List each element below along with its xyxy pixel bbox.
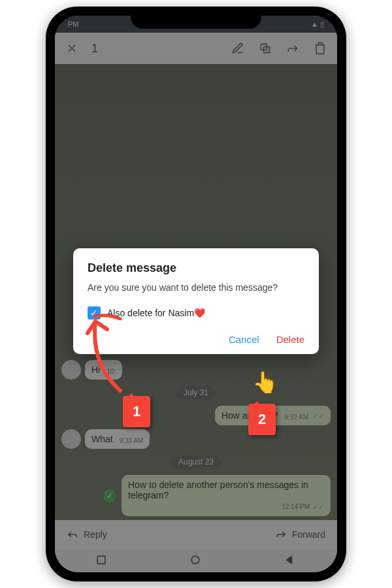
message-row-outgoing[interactable]: How are you? 9:32 AM ✓✓: [61, 406, 331, 425]
avatar: [61, 429, 81, 449]
forward-icon[interactable]: [285, 41, 301, 56]
message-bubble-selected[interactable]: How to delete another person's messages …: [122, 475, 331, 516]
edit-icon[interactable]: [230, 41, 246, 56]
reply-button[interactable]: Reply: [67, 529, 107, 540]
dialog-title: Delete message: [88, 261, 304, 275]
status-time: PM: [68, 20, 79, 28]
phone-notch: [131, 7, 261, 29]
android-nav-bar: [55, 549, 337, 572]
copy-icon[interactable]: [257, 41, 273, 56]
checkbox-label: Also delete for Nasim❤️: [107, 308, 205, 318]
message-row-selected[interactable]: ✓ How to delete another person's message…: [61, 475, 331, 516]
selection-check-icon: ✓: [103, 489, 116, 502]
message-text: How are you?: [221, 410, 278, 421]
reply-label: Reply: [84, 529, 107, 540]
phone-frame: PM ▲ ▯ 1 July 22: [46, 7, 346, 581]
message-bubble[interactable]: Hi 10:: [85, 360, 122, 380]
checkbox-checked-icon[interactable]: ✓: [88, 306, 101, 319]
reply-forward-bar: Reply Forward: [55, 520, 337, 549]
close-icon[interactable]: [64, 41, 80, 56]
message-row-incoming[interactable]: Hi 10:: [61, 360, 331, 380]
delete-button[interactable]: Delete: [276, 334, 304, 345]
message-time: 9:32 AM: [284, 414, 308, 421]
avatar: [61, 360, 81, 380]
svg-rect-2: [97, 556, 105, 564]
selection-count: 1: [91, 42, 98, 56]
phone-screen: PM ▲ ▯ 1 July 22: [55, 16, 337, 572]
date-pill: August 23: [171, 455, 221, 468]
read-ticks-icon: ✓✓: [312, 412, 324, 421]
dialog-body: Are you sure you want to delete this mes…: [88, 282, 304, 295]
message-bubble[interactable]: What 9:33 AM: [85, 429, 150, 449]
forward-label: Forward: [292, 529, 325, 540]
nav-recents-icon[interactable]: [95, 553, 109, 568]
also-delete-row[interactable]: ✓ Also delete for Nasim❤️: [88, 306, 304, 319]
message-text: Hi: [91, 365, 100, 375]
status-icons: ▲ ▯: [311, 20, 324, 29]
message-bubble[interactable]: How are you? 9:32 AM ✓✓: [215, 406, 331, 425]
message-time: 10:: [106, 368, 116, 375]
date-pill: July 31: [176, 386, 216, 399]
svg-point-3: [191, 556, 199, 564]
message-row-incoming[interactable]: What 9:33 AM: [61, 429, 331, 449]
message-time: 12:14 PM: [282, 503, 310, 512]
dialog-actions: Cancel Delete: [88, 334, 304, 345]
message-text: What: [91, 434, 113, 444]
forward-button[interactable]: Forward: [275, 529, 325, 540]
nav-back-icon[interactable]: [283, 553, 297, 568]
read-ticks-icon: ✓✓: [312, 503, 324, 512]
cancel-button[interactable]: Cancel: [229, 334, 259, 345]
message-text: How to delete another person's messages …: [128, 480, 308, 500]
message-time: 9:33 AM: [120, 437, 144, 444]
delete-dialog: Delete message Are you sure you want to …: [73, 248, 319, 354]
trash-icon[interactable]: [312, 41, 328, 56]
nav-home-icon[interactable]: [189, 553, 203, 568]
selection-action-bar: 1: [55, 33, 337, 64]
